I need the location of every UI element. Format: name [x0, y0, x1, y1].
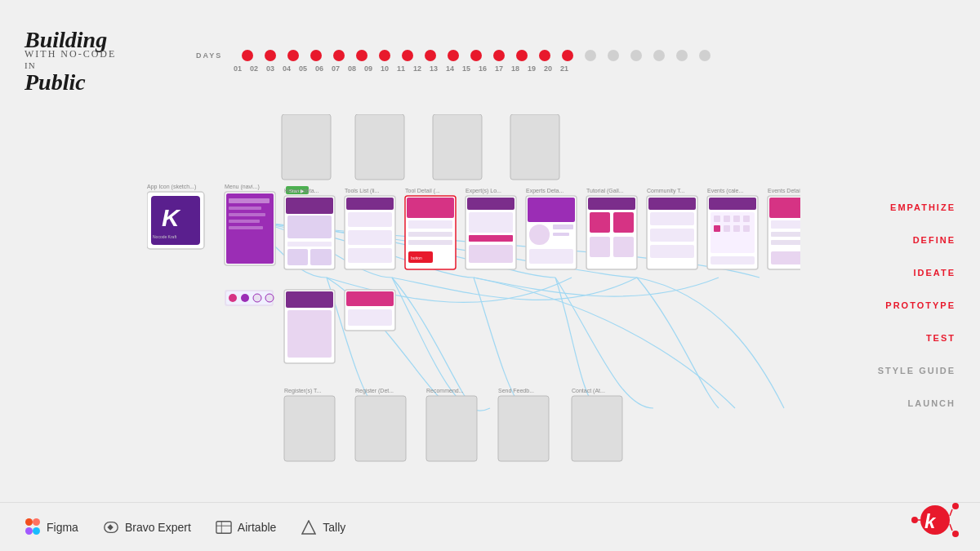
svg-rect-18 [229, 207, 261, 210]
svg-text:Recommend...: Recommend... [426, 388, 464, 393]
svg-rect-49 [469, 235, 513, 242]
bravo-icon [103, 519, 119, 535]
day-dot-4 [310, 50, 322, 61]
svg-rect-64 [613, 237, 634, 257]
day-dot-10 [448, 50, 459, 61]
right-sidebar: EMPATHIZE DEFINE IDEATE PROTOTYPE TEST S… [817, 106, 980, 502]
svg-rect-4 [355, 114, 404, 180]
stage-test: TEST [817, 330, 956, 344]
tally-label: Tally [323, 521, 345, 534]
svg-rect-93 [287, 310, 332, 358]
day-dot-7 [379, 50, 390, 61]
svg-rect-77 [733, 216, 740, 222]
svg-rect-20 [229, 220, 260, 223]
svg-rect-95 [346, 291, 394, 306]
svg-rect-41 [408, 232, 452, 237]
prototype-map: Recommend... Register a... Recommend... … [147, 114, 800, 502]
svg-rect-57 [529, 249, 573, 264]
airtable-icon [216, 519, 232, 535]
svg-rect-68 [650, 212, 694, 225]
airtable-label: Airtable [238, 521, 276, 534]
figma-label: Figma [47, 521, 78, 534]
svg-rect-82 [743, 225, 750, 232]
svg-rect-28 [287, 242, 332, 247]
day-dot-21 [699, 50, 710, 61]
svg-rect-6 [433, 114, 482, 180]
header: Building WITH NO-CODE IN Public DAYS [0, 0, 980, 106]
svg-rect-69 [650, 229, 694, 242]
day-dot-19 [653, 50, 665, 61]
day-dot-6 [356, 50, 368, 61]
svg-rect-34 [348, 212, 392, 227]
bravo-label: Bravo Expert [125, 521, 191, 534]
svg-rect-54 [529, 224, 550, 245]
day-dot-11 [470, 50, 482, 61]
logo-in: IN [24, 60, 36, 70]
svg-rect-19 [229, 213, 265, 216]
svg-rect-29 [287, 249, 308, 265]
svg-rect-114 [33, 518, 40, 526]
logo-with: WITH NO-CODE [24, 49, 116, 60]
svg-text:Menu (navi...): Menu (navi...) [225, 184, 260, 190]
k-logo: k [906, 498, 964, 543]
svg-point-99 [229, 294, 237, 302]
stage-style-guide: STYLE GUIDE [817, 362, 956, 377]
svg-rect-112 [572, 396, 622, 461]
day-dot-9 [425, 50, 436, 61]
svg-rect-56 [553, 233, 569, 236]
svg-text:k: k [924, 510, 937, 532]
svg-rect-88 [771, 232, 800, 237]
tool-figma: Figma [24, 519, 78, 535]
days-text: DAYS [196, 51, 222, 60]
svg-rect-30 [310, 249, 332, 265]
svg-rect-21 [229, 226, 263, 229]
svg-rect-53 [528, 198, 575, 222]
day-dot-1 [242, 50, 253, 61]
svg-rect-60 [588, 198, 635, 210]
stage-empathize: EMPATHIZE [817, 199, 956, 214]
svg-rect-73 [709, 198, 756, 210]
svg-rect-67 [648, 198, 696, 210]
day-dot-18 [630, 50, 642, 61]
day-dot-17 [608, 50, 619, 61]
numbers-row: 01 02 03 04 05 06 07 08 09 10 11 12 13 1… [196, 64, 570, 73]
svg-rect-63 [590, 237, 610, 257]
day-dot-14 [539, 50, 550, 61]
svg-rect-113 [25, 518, 33, 526]
svg-rect-79 [714, 225, 720, 232]
svg-rect-90 [771, 251, 800, 264]
stage-prototype: PROTOTYPE [817, 297, 956, 312]
day-dot-3 [287, 50, 299, 61]
svg-rect-70 [650, 245, 694, 258]
svg-text:Contact (At...: Contact (At... [572, 388, 605, 394]
svg-rect-40 [408, 220, 452, 229]
svg-rect-87 [771, 220, 800, 229]
svg-rect-17 [229, 198, 270, 203]
svg-rect-39 [407, 198, 454, 218]
svg-rect-76 [724, 216, 730, 222]
svg-rect-92 [286, 291, 333, 308]
svg-text:Events (cale...: Events (cale... [707, 188, 743, 194]
figma-icon [24, 519, 41, 535]
svg-point-117 [33, 527, 40, 535]
svg-rect-96 [348, 309, 392, 326]
svg-text:K: K [162, 204, 181, 231]
svg-marker-121 [302, 521, 315, 534]
day-dot-5 [333, 50, 345, 61]
svg-text:Tool Detail (...: Tool Detail (... [405, 188, 440, 194]
svg-point-102 [265, 294, 274, 302]
tool-bravo: Bravo Expert [103, 519, 191, 535]
dots-row: DAYS [196, 50, 710, 61]
stage-define: DEFINE [817, 232, 956, 247]
day-dot-8 [402, 50, 413, 61]
bottom-bar: Figma Bravo Expert Airtable [0, 502, 980, 551]
svg-point-124 [911, 517, 918, 523]
svg-rect-110 [498, 396, 549, 461]
svg-rect-81 [733, 225, 740, 232]
svg-point-126 [952, 531, 959, 537]
svg-rect-75 [714, 216, 720, 222]
svg-text:Tools List (li...: Tools List (li... [345, 188, 379, 194]
svg-rect-106 [355, 396, 406, 461]
svg-point-125 [952, 503, 959, 509]
svg-rect-50 [469, 245, 513, 263]
